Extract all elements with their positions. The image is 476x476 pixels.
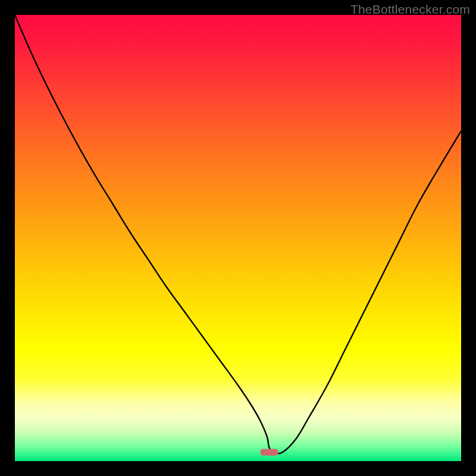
gradient-background	[15, 15, 461, 461]
bottleneck-marker	[261, 449, 278, 455]
plot-area	[15, 15, 461, 461]
chart-frame: TheBottlenecker.com	[0, 0, 476, 476]
chart-svg	[15, 15, 461, 461]
